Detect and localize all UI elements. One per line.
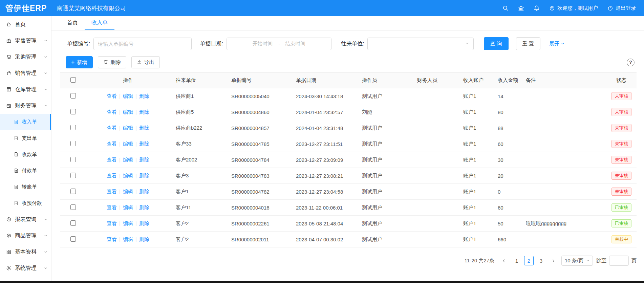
cell-remark (520, 104, 606, 120)
row-checkbox[interactable] (70, 204, 76, 210)
delete-link[interactable]: 删除 (139, 141, 149, 147)
edit-link[interactable]: 编辑 (123, 220, 133, 226)
edit-link[interactable]: 编辑 (123, 236, 133, 242)
partner-select[interactable] (367, 38, 474, 50)
view-link[interactable]: 查看 (107, 204, 117, 210)
sidebar-item-finance[interactable]: 财务管理 (0, 97, 51, 114)
view-link[interactable]: 查看 (107, 125, 117, 131)
row-checkbox[interactable] (70, 157, 76, 162)
view-link[interactable]: 查看 (107, 141, 117, 147)
sidebar-item-label: 报表查询 (15, 216, 37, 223)
column-header: 往来单位 (170, 73, 226, 88)
cell-partner: 客户2002 (170, 152, 226, 168)
delete-link[interactable]: 删除 (139, 189, 149, 194)
edit-link[interactable]: 编辑 (123, 141, 133, 147)
tab-income-bill[interactable]: 收入单 (85, 16, 114, 30)
row-checkbox[interactable] (70, 189, 76, 194)
view-link[interactable]: 查看 (107, 189, 117, 194)
action-divider: | (119, 157, 121, 162)
bell-icon[interactable] (534, 5, 540, 11)
page-number[interactable]: 3 (536, 256, 546, 265)
row-checkbox[interactable] (70, 125, 76, 130)
add-button[interactable]: + 新增 (66, 56, 93, 68)
sidebar-item-label: 收款单 (22, 151, 37, 158)
sidebar-item-goods[interactable]: 商品管理 (0, 227, 51, 244)
row-checkbox[interactable] (70, 141, 76, 146)
delete-link[interactable]: 删除 (139, 173, 149, 178)
help-icon[interactable]: ? (627, 59, 635, 66)
sidebar-item-label: 商品管理 (15, 232, 37, 239)
jump-page-input[interactable] (609, 256, 629, 266)
edit-link[interactable]: 编辑 (123, 157, 133, 162)
view-link[interactable]: 查看 (107, 220, 117, 226)
row-checkbox[interactable] (70, 236, 76, 242)
bill-no-label: 单据编号: (67, 40, 90, 47)
table-header-row: 操作往来单位单据编号单据日期操作员财务人员收入账户收入金额备注状态 (60, 73, 637, 88)
sidebar-item-advance-received[interactable]: 收预付款 (0, 195, 51, 211)
welcome-user[interactable]: 欢迎您，测试用户 (549, 5, 598, 12)
delete-link[interactable]: 删除 (139, 236, 149, 242)
cell-operator: 测试用户 (357, 232, 412, 247)
tab-home[interactable]: 首页 (60, 16, 85, 30)
delete-link[interactable]: 删除 (139, 157, 149, 162)
search-button[interactable]: 查 询 (484, 37, 508, 50)
bill-no-input[interactable] (93, 38, 192, 50)
expand-toggle[interactable]: 展开 (549, 41, 565, 47)
edit-link[interactable]: 编辑 (123, 93, 133, 99)
delete-link[interactable]: 删除 (139, 109, 149, 115)
view-link[interactable]: 查看 (107, 173, 117, 178)
view-link[interactable]: 查看 (107, 236, 117, 242)
sidebar-item-system[interactable]: 系统管理 (0, 260, 51, 276)
edit-link[interactable]: 编辑 (123, 189, 133, 194)
edit-link[interactable]: 编辑 (123, 173, 133, 178)
sidebar-item-basic[interactable]: 基本资料 (0, 244, 51, 260)
prev-page-button[interactable] (500, 256, 509, 265)
sidebar-item-warehouse[interactable]: 仓库管理 (0, 81, 51, 97)
page-size-select[interactable]: 10 条/页 (561, 256, 593, 266)
search-icon[interactable] (502, 5, 509, 11)
sidebar-item-home[interactable]: 首页 (0, 16, 51, 32)
sidebar-item-income-bill[interactable]: 收入单 (0, 114, 51, 130)
next-page-button[interactable] (549, 256, 558, 265)
delete-link[interactable]: 删除 (139, 204, 149, 210)
row-checkbox[interactable] (70, 220, 76, 226)
row-checkbox[interactable] (70, 93, 76, 99)
delete-button[interactable]: 删除 (98, 56, 126, 68)
edit-link[interactable]: 编辑 (123, 109, 133, 115)
select-all-checkbox[interactable] (70, 77, 76, 83)
logout-button[interactable]: 退出登录 (607, 5, 636, 12)
delete-link[interactable]: 删除 (139, 125, 149, 131)
sidebar-item-report[interactable]: 报表查询 (0, 211, 51, 227)
delete-link[interactable]: 删除 (139, 220, 149, 226)
sidebar-item-sales[interactable]: 销售管理 (0, 65, 51, 81)
bank-icon[interactable] (518, 5, 524, 11)
date-range-picker[interactable]: 开始时间 ~ 结束时间 (227, 38, 331, 50)
row-checkbox[interactable] (70, 173, 76, 178)
sidebar-item-purchase[interactable]: 采购管理 (0, 49, 51, 65)
delete-link[interactable]: 删除 (139, 93, 149, 99)
sidebar-item-collection-bill[interactable]: 收款单 (0, 146, 51, 162)
sidebar-item-retail[interactable]: 零售管理 (0, 32, 51, 49)
action-divider: | (119, 141, 121, 147)
page-number[interactable]: 1 (512, 256, 521, 265)
sidebar-item-expense-bill[interactable]: 支出单 (0, 130, 51, 146)
view-link[interactable]: 查看 (107, 109, 117, 115)
trash-icon (103, 59, 108, 65)
page-number-current[interactable]: 2 (524, 256, 534, 265)
reset-button[interactable]: 重 置 (516, 37, 540, 50)
view-link[interactable]: 查看 (107, 93, 117, 99)
sidebar-item-payment-bill[interactable]: 付款单 (0, 162, 51, 179)
cell-income-account: 账户1 (458, 136, 492, 152)
chevron-down-icon (44, 55, 48, 59)
sidebar-item-label: 零售管理 (15, 37, 37, 44)
table-row: 查看|编辑|删除 客户33 SR00000004785 2023-12-27 2… (60, 136, 637, 152)
date-end-placeholder: 结束时间 (285, 41, 305, 47)
action-divider: | (135, 220, 137, 226)
edit-link[interactable]: 编辑 (123, 204, 133, 210)
export-button[interactable]: 导出 (131, 56, 160, 68)
sidebar-item-transfer-bill[interactable]: 转账单 (0, 179, 51, 195)
row-checkbox[interactable] (70, 109, 76, 114)
chevron-down-icon (44, 71, 48, 75)
edit-link[interactable]: 编辑 (123, 125, 133, 131)
view-link[interactable]: 查看 (107, 157, 117, 162)
